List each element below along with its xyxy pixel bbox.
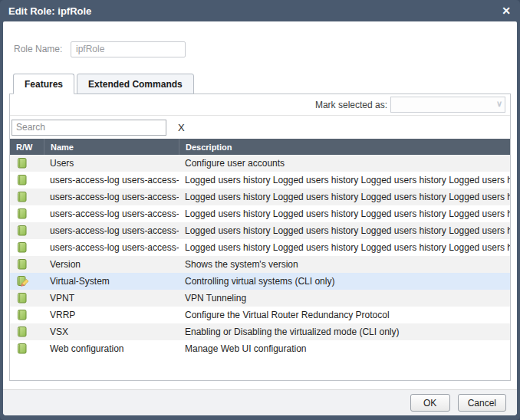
- feature-description: Logged users history Logged users histor…: [179, 225, 510, 236]
- search-bar: X: [10, 116, 510, 139]
- table-header: R/W Name Description: [10, 139, 510, 155]
- read-access-icon: [17, 241, 28, 254]
- mark-selected-toolbar: Mark selected as: ∨: [10, 94, 510, 116]
- feature-description: VPN Tunneling: [179, 293, 510, 304]
- table-row[interactable]: users-access-log users-access-... Logged…: [10, 189, 510, 205]
- feature-description: Manage Web UI configuration: [179, 343, 510, 354]
- table-row[interactable]: Virtual-System Controlling virtual syste…: [10, 273, 510, 290]
- dialog-body: Role Name: Features Extended Commands Ma…: [3, 21, 517, 415]
- clear-search-button[interactable]: X: [178, 122, 185, 133]
- feature-name: users-access-log users-access-...: [44, 208, 179, 219]
- feature-name: users-access-log users-access-...: [44, 242, 179, 253]
- write-access-icon: [17, 275, 29, 287]
- rw-cell: [10, 157, 44, 169]
- tab-features[interactable]: Features: [13, 74, 74, 94]
- table-row[interactable]: Version Shows the system's version: [10, 256, 510, 273]
- table-row[interactable]: VPNT VPN Tunneling: [10, 290, 510, 307]
- feature-name: VPNT: [44, 293, 179, 304]
- role-name-row: Role Name:: [3, 41, 517, 57]
- mark-selected-label: Mark selected as:: [315, 100, 387, 110]
- table-row[interactable]: VSX Enabling or Disabling the virtualize…: [10, 323, 510, 340]
- rw-cell: [10, 258, 44, 271]
- feature-description: Shows the system's version: [179, 259, 510, 270]
- table-row[interactable]: users-access-log users-access-... Logged…: [10, 205, 510, 222]
- table-row[interactable]: users-access-log users-access-... Logged…: [10, 172, 510, 189]
- feature-name: Virtual-System: [44, 276, 179, 287]
- features-table-body: Users Configure user accounts users-acce…: [10, 155, 510, 380]
- feature-description: Logged users history Logged users histor…: [179, 192, 510, 202]
- chevron-down-icon: ∨: [496, 99, 502, 109]
- feature-description: Controlling virtual systems (CLI only): [179, 276, 510, 287]
- table-row[interactable]: Users Configure user accounts: [10, 155, 510, 172]
- edit-role-dialog: Edit Role: ipfRole ✕ Role Name: Features…: [0, 0, 520, 420]
- feature-description: Configure user accounts: [179, 158, 510, 169]
- dialog-titlebar: Edit Role: ipfRole ✕: [0, 0, 520, 21]
- rw-cell: [10, 343, 44, 355]
- mark-selected-dropdown[interactable]: ∨: [390, 97, 505, 113]
- read-access-icon: [17, 225, 28, 237]
- cancel-button[interactable]: Cancel: [458, 394, 506, 412]
- read-access-icon: [17, 191, 28, 203]
- feature-name: users-access-log users-access-...: [44, 175, 179, 185]
- feature-description: Logged users history Logged users histor…: [179, 242, 510, 253]
- tab-extended-commands[interactable]: Extended Commands: [77, 74, 194, 94]
- table-row[interactable]: users-access-log users-access-... Logged…: [10, 239, 510, 256]
- table-row[interactable]: users-access-log users-access-... Logged…: [10, 222, 510, 239]
- rw-cell: [10, 326, 44, 338]
- role-name-field[interactable]: [71, 41, 186, 57]
- features-pane: Mark selected as: ∨ X R/W Name Descripti…: [9, 94, 511, 381]
- feature-name: Users: [44, 158, 179, 169]
- read-access-icon: [17, 292, 28, 304]
- column-header-rw: R/W: [10, 143, 44, 152]
- feature-description: Configure the Virtual Router Redundancy …: [179, 310, 510, 320]
- rw-cell: [10, 191, 44, 203]
- dialog-footer: OK Cancel: [3, 389, 517, 415]
- rw-cell: [10, 241, 44, 254]
- rw-cell: [10, 225, 44, 237]
- rw-cell: [10, 208, 44, 220]
- feature-name: users-access-log users-access-...: [44, 192, 179, 202]
- read-access-icon: [17, 343, 28, 355]
- feature-name: VSX: [44, 326, 179, 337]
- read-access-icon: [17, 157, 28, 169]
- role-name-label: Role Name:: [14, 44, 71, 54]
- rw-cell: [10, 309, 44, 321]
- feature-description: Enabling or Disabling the virtualized mo…: [179, 326, 510, 337]
- feature-name: VRRP: [44, 310, 179, 320]
- read-access-icon: [17, 309, 28, 321]
- feature-description: Logged users history Logged users histor…: [179, 208, 510, 219]
- dialog-title: Edit Role: ipfRole: [8, 5, 502, 17]
- read-access-icon: [17, 208, 28, 220]
- feature-name: users-access-log users-access-...: [44, 225, 179, 236]
- read-access-icon: [17, 258, 28, 271]
- ok-button[interactable]: OK: [410, 394, 450, 412]
- close-icon[interactable]: ✕: [502, 5, 511, 16]
- feature-name: Version: [44, 259, 179, 270]
- feature-description: Logged users history Logged users histor…: [179, 175, 510, 185]
- tab-strip: Features Extended Commands: [3, 74, 517, 94]
- table-row[interactable]: Web configuration Manage Web UI configur…: [10, 340, 510, 357]
- feature-name: Web configuration: [44, 343, 179, 354]
- search-input[interactable]: [12, 120, 166, 136]
- rw-cell: [10, 292, 44, 304]
- read-access-icon: [17, 174, 28, 186]
- rw-cell: [10, 174, 44, 186]
- column-header-description: Description: [179, 139, 510, 155]
- table-row[interactable]: VRRP Configure the Virtual Router Redund…: [10, 307, 510, 323]
- rw-cell: [10, 275, 44, 287]
- read-access-icon: [17, 326, 28, 338]
- column-header-name: Name: [44, 139, 179, 155]
